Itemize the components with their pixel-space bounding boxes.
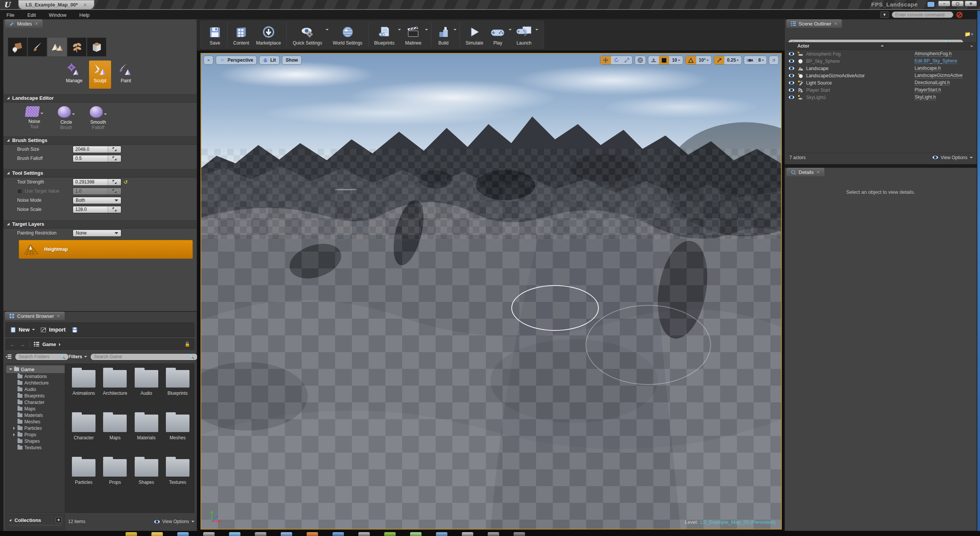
collapse-triangle-icon[interactable] bbox=[9, 519, 11, 521]
taskbar-app-icon[interactable] bbox=[126, 532, 137, 536]
column-filter-caret-icon[interactable] bbox=[970, 46, 973, 49]
asset-folder-architecture[interactable]: Architecture bbox=[100, 367, 130, 412]
move-tool-button[interactable] bbox=[600, 56, 611, 64]
modes-tab-close-icon[interactable]: ✕ bbox=[35, 21, 38, 26]
world-local-toggle[interactable] bbox=[635, 56, 646, 65]
maximize-viewport-button[interactable] bbox=[769, 56, 779, 65]
taskbar-app-icon[interactable] bbox=[488, 532, 499, 536]
forward-arrow-icon[interactable]: → bbox=[19, 341, 25, 348]
content-browser-tab[interactable]: Content Browser ✕ bbox=[5, 312, 65, 320]
tree-item-shapes[interactable]: Shapes bbox=[6, 438, 65, 444]
blueprints-caret-icon[interactable] bbox=[398, 29, 401, 32]
mode-paint-icon[interactable] bbox=[28, 38, 47, 56]
outliner-row-atmospheric-fog[interactable]: Atmospheric Fog AtmosphericFog.h bbox=[786, 50, 976, 57]
quick-settings-caret-icon[interactable] bbox=[326, 29, 329, 32]
rotate-tool-button[interactable] bbox=[611, 56, 622, 64]
tree-item-particles[interactable]: Particles bbox=[6, 425, 65, 431]
outliner-row-bp-sky-sphere[interactable]: BP_Sky_Sphere Edit BP_Sky_Sphere bbox=[786, 57, 976, 65]
circle-brush-caret-icon[interactable] bbox=[72, 113, 75, 116]
launch-caret-icon[interactable] bbox=[535, 29, 538, 32]
add-collection-button[interactable]: + bbox=[56, 517, 62, 523]
submode-manage[interactable]: Manage bbox=[63, 61, 85, 89]
build-caret-icon[interactable] bbox=[453, 29, 457, 32]
modes-tab[interactable]: Modes ✕ bbox=[5, 19, 43, 28]
taskbar-app-icon[interactable] bbox=[177, 532, 189, 536]
lock-icon[interactable]: 🔓 bbox=[185, 341, 190, 347]
feedback-bubble-icon[interactable] bbox=[928, 2, 934, 7]
taskbar-app-icon[interactable] bbox=[358, 532, 370, 536]
taskbar-app-icon[interactable] bbox=[307, 532, 318, 536]
asset-folder-animations[interactable]: Animations bbox=[69, 367, 99, 412]
simulate-button[interactable]: Simulate bbox=[462, 21, 487, 48]
tree-item-props[interactable]: Props bbox=[6, 431, 65, 438]
search-game-input[interactable] bbox=[90, 353, 198, 361]
console-command-input[interactable] bbox=[892, 11, 953, 18]
tree-item-maps[interactable]: Maps bbox=[6, 405, 65, 412]
matinee-caret-icon[interactable] bbox=[425, 29, 428, 32]
cb-view-options-button[interactable]: View Options bbox=[154, 519, 194, 524]
menu-edit[interactable]: Edit bbox=[21, 12, 42, 18]
play-caret-icon[interactable] bbox=[509, 29, 512, 32]
save-button[interactable]: Save bbox=[205, 21, 225, 48]
blueprints-button[interactable]: Blueprints bbox=[371, 21, 398, 48]
heightmap-layer[interactable]: Heightmap bbox=[19, 240, 193, 259]
visibility-eye-icon[interactable] bbox=[788, 66, 795, 70]
console-dropdown-icon[interactable]: ▼ bbox=[880, 11, 889, 18]
section-landscape-editor[interactable]: Landscape Editor bbox=[3, 93, 197, 102]
details-tab[interactable]: i Details ✕ bbox=[786, 168, 824, 176]
tab-close-icon[interactable]: ✕ bbox=[83, 2, 87, 8]
scale-tool-button[interactable] bbox=[622, 56, 632, 64]
viewport-options-button[interactable] bbox=[204, 56, 213, 65]
reset-to-default-icon[interactable]: ↺ bbox=[124, 179, 128, 185]
outliner-row-landscape[interactable]: Landscape Landscape.h bbox=[786, 65, 976, 72]
taskbar-app-icon[interactable] bbox=[151, 532, 163, 536]
maximize-button[interactable]: ▢ bbox=[951, 1, 964, 6]
surface-snap-button[interactable] bbox=[648, 56, 659, 64]
asset-folder-maps[interactable]: Maps bbox=[100, 412, 130, 456]
mode-place-icon[interactable] bbox=[8, 38, 27, 56]
tree-item-character[interactable]: Character bbox=[6, 399, 65, 405]
asset-folder-blueprints[interactable]: Blueprints bbox=[163, 367, 192, 412]
visibility-eye-icon[interactable] bbox=[788, 95, 795, 99]
launch-button[interactable]: Launch bbox=[512, 21, 535, 48]
camera-speed-button[interactable] bbox=[744, 56, 756, 64]
noise-tool-button[interactable]: Noise Tool bbox=[22, 106, 46, 129]
asset-folder-textures[interactable]: Textures bbox=[163, 456, 192, 501]
rotation-snap-value[interactable]: 10° bbox=[696, 56, 711, 64]
minimize-button[interactable]: – bbox=[938, 1, 950, 6]
asset-folder-audio[interactable]: Audio bbox=[132, 367, 161, 412]
quick-settings-button[interactable]: Quick Settings bbox=[289, 21, 325, 48]
taskbar-app-icon[interactable] bbox=[229, 532, 240, 536]
brush-falloff-input[interactable]: 0.5 bbox=[73, 155, 121, 162]
taskbar-app-icon[interactable] bbox=[203, 532, 215, 536]
breadcrumb[interactable]: Game bbox=[34, 341, 62, 347]
world-settings-button[interactable]: World Settings bbox=[329, 21, 366, 48]
grid-snap-value[interactable]: 10 bbox=[669, 56, 682, 64]
back-arrow-icon[interactable]: ← bbox=[10, 341, 16, 348]
asset-folder-shapes[interactable]: Shapes bbox=[132, 456, 161, 501]
smooth-falloff-caret-icon[interactable] bbox=[104, 113, 107, 116]
tree-item-architecture[interactable]: Architecture bbox=[6, 380, 65, 386]
visibility-eye-icon[interactable] bbox=[788, 81, 795, 85]
painting-restriction-dropdown[interactable]: None bbox=[73, 230, 121, 237]
submode-paint-landscape[interactable]: Paint bbox=[115, 61, 137, 89]
asset-folder-character[interactable]: Character bbox=[69, 412, 99, 456]
mode-geometry-icon[interactable] bbox=[87, 38, 106, 56]
grid-snap-button[interactable] bbox=[659, 56, 669, 64]
visibility-eye-icon[interactable] bbox=[788, 52, 795, 56]
add-actor-icon[interactable]: 📁+ bbox=[964, 31, 974, 37]
matinee-button[interactable]: Matinee bbox=[402, 21, 425, 48]
outliner-tab-close-icon[interactable]: ✕ bbox=[834, 21, 837, 26]
smooth-falloff-button[interactable]: Smooth Falloff bbox=[86, 106, 110, 130]
brush-size-input[interactable]: 2048.0 bbox=[73, 146, 121, 153]
tree-expand-icon[interactable] bbox=[13, 433, 16, 436]
outliner-view-options-button[interactable]: View Options bbox=[932, 155, 973, 160]
new-asset-button[interactable]: New bbox=[10, 327, 35, 333]
section-tool-settings[interactable]: Tool Settings bbox=[3, 168, 197, 177]
tree-item-animations[interactable]: Animations bbox=[6, 373, 65, 380]
taskbar-app-icon[interactable] bbox=[410, 532, 422, 536]
visibility-eye-icon[interactable] bbox=[788, 73, 795, 78]
tree-item-textures[interactable]: Textures bbox=[6, 444, 65, 451]
play-button[interactable]: Play bbox=[487, 21, 509, 48]
taskbar-app-icon[interactable] bbox=[384, 532, 396, 536]
